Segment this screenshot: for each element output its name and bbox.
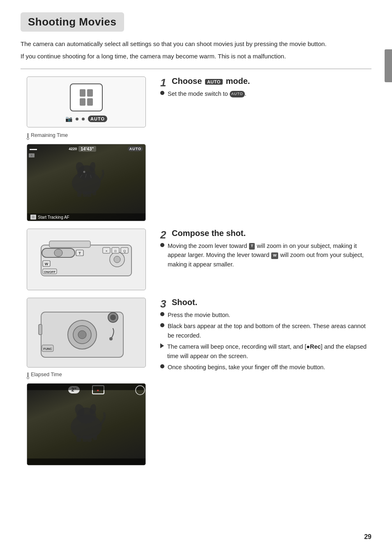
step-3-text-4: Once shooting begins, take your finger o…: [168, 363, 325, 372]
step-3-block: 3 Shoot. Press the movie button. Black b…: [160, 298, 371, 374]
remaining-time-row: Remaining Time: [27, 132, 146, 140]
tracking-icon: ⊡: [30, 215, 36, 220]
corner-brackets: [27, 384, 145, 465]
svg-point-35: [110, 315, 116, 320]
step-2-left: W ON/OFF ≡ ⊡ Q: [21, 229, 152, 290]
hud-top: ▬▬ 4220 14'43" AUTO: [27, 144, 145, 153]
step-3-text-1: Press the movie button.: [168, 310, 230, 319]
auto-badge: AUTO: [88, 116, 107, 122]
elapsed-time-label: Elapsed Time: [31, 372, 62, 377]
rec-text-inline: ●Rec: [307, 343, 321, 350]
hud-clip-count: 4220: [69, 147, 77, 151]
step-2-title: Compose the shot.: [172, 229, 246, 238]
screen-overlay: ▬▬ 4220 14'43" AUTO ≡ ⊡ Start Tr: [27, 144, 145, 221]
intro-text-2: If you continue shooting for a long time…: [21, 51, 371, 61]
step-2-right: 2 Compose the shot. Moving the zoom leve…: [152, 229, 371, 271]
remaining-time-label: Remaining Time: [27, 132, 146, 140]
camera-body-diagram: W ON/OFF ≡ ⊡ Q: [27, 229, 146, 290]
step-2-block: 2 Compose the shot. Moving the zoom leve…: [160, 229, 371, 271]
dot-2: [82, 118, 85, 120]
page-title: Shooting Movies: [21, 12, 124, 32]
hud-auto-badge: AUTO: [128, 146, 143, 151]
tele-icon: T: [249, 243, 255, 250]
bullet-dot-1: [160, 91, 164, 95]
svg-point-21: [114, 256, 120, 263]
svg-rect-48: [27, 384, 145, 390]
start-tracking-label: Start Tracking AF: [38, 215, 69, 220]
step-2-header: 2 Compose the shot.: [160, 229, 371, 238]
step-1-number: 1: [160, 76, 166, 89]
svg-rect-15: [54, 249, 62, 257]
svg-text:W: W: [45, 262, 48, 266]
bullet-dot-3a: [160, 312, 164, 316]
dial-cell-1: [80, 89, 85, 97]
camera-side-diagram: FUNC: [27, 298, 146, 368]
step-1-left: 📷 AUTO Remaining Time: [21, 76, 152, 221]
dial-cell-4: [87, 98, 93, 106]
svg-point-33: [78, 331, 86, 339]
page-container: Shooting Movies The camera can automatic…: [0, 0, 392, 553]
step-2-row: W ON/OFF ≡ ⊡ Q: [21, 229, 371, 290]
step-2-bullet-1: Moving the zoom lever toward T will zoom…: [160, 241, 371, 269]
camera-icon: 📷: [65, 116, 72, 122]
step-3-text-3: The camera will beep once, recording wil…: [167, 342, 371, 361]
hud-icon-1: ≡: [29, 153, 35, 157]
step-3-number: 3: [160, 298, 166, 310]
hud-left-icons: ≡: [29, 153, 35, 157]
step-3-text-2: Black bars appear at the top and bottom …: [168, 322, 371, 340]
elapsed-time-row: Elapsed Time: [27, 372, 146, 379]
step-1-right: 1 Choose AUTO mode. Set the mode switch …: [152, 76, 371, 100]
svg-text:FUNC: FUNC: [44, 347, 52, 351]
svg-text:≡: ≡: [106, 250, 107, 252]
mode-row: 📷 AUTO: [65, 116, 107, 122]
hud-timer: 14'43": [78, 146, 96, 152]
camera-mode-diagram: 📷 AUTO: [27, 76, 146, 127]
wide-icon: W: [271, 252, 278, 259]
step-3-bullet-4: Once shooting begins, take your finger o…: [160, 363, 371, 372]
step-3-right: 3 Shoot. Press the movie button. Black b…: [152, 298, 371, 374]
svg-text:ON/OFF: ON/OFF: [44, 270, 56, 274]
camera-side-svg: FUNC: [33, 302, 140, 363]
svg-rect-13: [49, 241, 90, 248]
svg-text:⊡: ⊡: [114, 250, 117, 252]
page-number: 29: [364, 533, 371, 541]
step-1-block: 1 Choose AUTO mode. Set the mode switch …: [160, 76, 371, 100]
step-2-bullet-text: Moving the zoom lever toward T will zoom…: [168, 241, 371, 269]
step-3-bullet-1: Press the movie button.: [160, 310, 371, 319]
step-1-header: 1 Choose AUTO mode.: [160, 76, 371, 86]
mode-dial-inner: [78, 88, 95, 107]
dial-cell-3: [80, 98, 85, 106]
hud-battery: ▬▬: [30, 147, 37, 151]
camera-preview-screen: ▬▬ 4220 14'43" AUTO ≡ ⊡ Start Tr: [27, 144, 146, 221]
section-divider: [21, 69, 371, 69]
step-1-bullet-1: Set the mode switch to AUTO.: [160, 89, 371, 98]
bullet-dot-3d: [160, 364, 164, 368]
svg-point-39: [109, 337, 113, 340]
inline-auto-badge: AUTO: [230, 91, 245, 97]
step-1-title: Choose AUTO mode.: [172, 76, 250, 86]
bullet-arrow-3c: [160, 343, 164, 348]
step-1-bullet-text: Set the mode switch to AUTO.: [168, 89, 247, 98]
bullet-dot-3b: [160, 323, 164, 327]
step-3-bullet-3: The camera will beep once, recording wil…: [160, 342, 371, 361]
svg-rect-49: [27, 458, 145, 465]
step-1-row: 📷 AUTO Remaining Time: [21, 76, 371, 221]
step-3-left: FUNC Elapsed Time: [21, 298, 152, 465]
step-2-number: 2: [160, 229, 166, 241]
hud-bottom: ⊡ Start Tracking AF: [27, 213, 145, 221]
dial-cell-2: [87, 89, 93, 97]
bullet-dot-2: [160, 243, 164, 247]
side-tab: [385, 49, 392, 82]
auto-mode-badge: AUTO: [205, 79, 223, 85]
dot-1: [76, 118, 78, 120]
step-3-bullet-2: Black bars appear at the top and bottom …: [160, 322, 371, 340]
svg-text:T: T: [78, 251, 81, 255]
svg-text:Q: Q: [123, 249, 126, 253]
mode-dial: [70, 83, 103, 111]
recording-screen: 2" ●: [27, 383, 146, 465]
intro-text-1: The camera can automatically select all …: [21, 39, 371, 49]
camera-body-svg: W ON/OFF ≡ ⊡ Q: [37, 237, 136, 282]
step-3-header: 3 Shoot.: [160, 298, 371, 307]
svg-rect-36: [39, 324, 42, 335]
remaining-time-text: Remaining Time: [31, 132, 68, 138]
